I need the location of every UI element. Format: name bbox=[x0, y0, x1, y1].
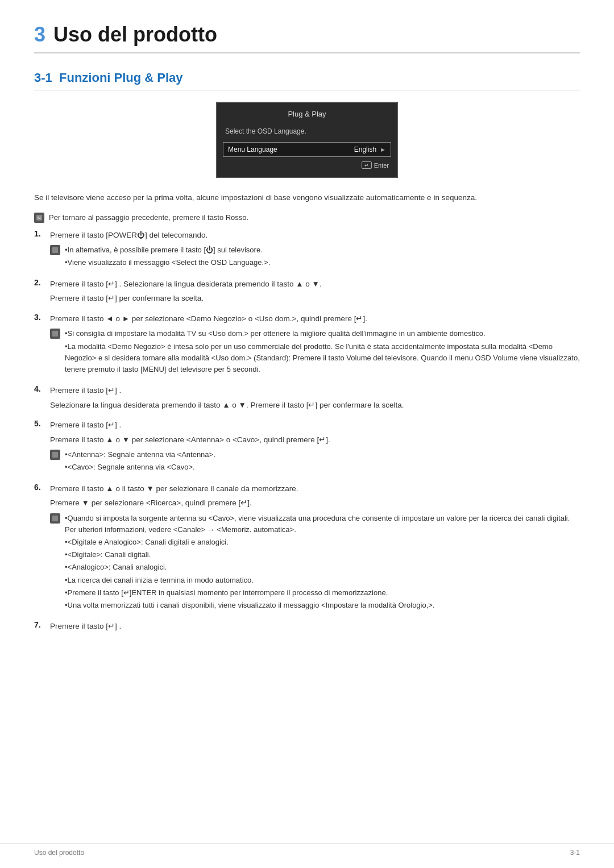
bullet-text: •<Antenna>: Segnale antenna via <Antenna… bbox=[65, 449, 215, 474]
note-block: •Quando si imposta la sorgente antenna s… bbox=[50, 513, 580, 612]
step-text: Premere il tasto [POWER⏻] del telecomand… bbox=[50, 229, 208, 242]
note-icon bbox=[50, 329, 60, 339]
enter-icon: ↵ bbox=[362, 161, 372, 169]
osd-dialog-wrapper: Plug & Play Select the OSD Language. Men… bbox=[34, 102, 580, 178]
note-block: •<Antenna>: Segnale antenna via <Antenna… bbox=[50, 449, 580, 474]
step-number: 5. bbox=[34, 419, 50, 431]
enter-label: Enter bbox=[374, 162, 389, 169]
bullet-text: •Quando si imposta la sorgente antenna s… bbox=[65, 513, 580, 612]
svg-rect-2 bbox=[52, 247, 58, 253]
note-red-icon: N bbox=[34, 213, 44, 223]
svg-rect-3 bbox=[52, 331, 58, 337]
osd-enter-row: ↵ Enter bbox=[217, 157, 397, 171]
intro-text: Se il televisore viene acceso per la pri… bbox=[34, 192, 580, 204]
list-item: 5. Premere il tasto [↵] . Premere il tas… bbox=[34, 419, 580, 474]
list-item: 3. Premere il tasto ◄ o ► per selezionar… bbox=[34, 313, 580, 376]
note-block: •In alternativa, è possibile premere il … bbox=[50, 244, 580, 269]
step-number: 6. bbox=[34, 483, 50, 495]
svg-rect-4 bbox=[52, 452, 58, 458]
step-text: Premere il tasto ◄ o ► per selezionare <… bbox=[50, 313, 367, 325]
bullet-text: •Si consiglia di impostare la modalità T… bbox=[65, 328, 580, 376]
numbered-list: 1. Premere il tasto [POWER⏻] del telecom… bbox=[34, 229, 580, 633]
sub-notes-3: •Si consiglia di impostare la modalità T… bbox=[50, 328, 580, 376]
note-red-text: Per tornare al passaggio precedente, pre… bbox=[49, 212, 248, 223]
step-text: Premere il tasto [↵] . bbox=[50, 620, 121, 633]
step-text: Premere il tasto [↵] . Selezionare la li… bbox=[50, 278, 322, 290]
sub-notes-1: •In alternativa, è possibile premere il … bbox=[50, 244, 580, 269]
osd-dialog-title: Plug & Play bbox=[217, 110, 397, 122]
step-text: Premere il tasto [↵] . bbox=[50, 384, 121, 397]
step-text: Premere il tasto ▲ o il tasto ▼ per sele… bbox=[50, 483, 298, 495]
chapter-number: 3 bbox=[34, 23, 45, 46]
step-number: 7. bbox=[34, 620, 50, 633]
note-red-block: N Per tornare al passaggio precedente, p… bbox=[34, 212, 580, 223]
note-block: •Si consiglia di impostare la modalità T… bbox=[50, 328, 580, 376]
list-item: 7. Premere il tasto [↵] . bbox=[34, 620, 580, 633]
note-icon bbox=[50, 513, 60, 524]
osd-menu-value: English ► bbox=[354, 146, 386, 153]
step-number: 4. bbox=[34, 384, 50, 397]
svg-text:N: N bbox=[38, 215, 41, 221]
page-footer: Uso del prodotto 3-1 bbox=[0, 844, 614, 857]
section-title: 3-1 Funzioni Plug & Play bbox=[34, 70, 580, 90]
sub-notes-5: •<Antenna>: Segnale antenna via <Antenna… bbox=[50, 449, 580, 474]
osd-dialog: Plug & Play Select the OSD Language. Men… bbox=[216, 102, 398, 178]
list-item: 6. Premere il tasto ▲ o il tasto ▼ per s… bbox=[34, 483, 580, 612]
osd-dialog-subtitle: Select the OSD Language. bbox=[217, 127, 397, 135]
chapter-title: 3Uso del prodotto bbox=[34, 23, 580, 53]
osd-arrow-icon: ► bbox=[380, 146, 386, 153]
footer-left: Uso del prodotto bbox=[34, 849, 84, 857]
step-number: 1. bbox=[34, 229, 50, 242]
bullet-text: •In alternativa, è possibile premere il … bbox=[65, 244, 270, 269]
note-icon bbox=[50, 450, 60, 460]
step-continuation: Premere ▼ per selezionare <Ricerca>, qui… bbox=[50, 497, 580, 509]
list-item: 4. Premere il tasto [↵] . Selezionare la… bbox=[34, 384, 580, 411]
step-text: Premere il tasto [↵] . bbox=[50, 419, 121, 431]
note-icon bbox=[50, 245, 60, 255]
svg-rect-5 bbox=[52, 516, 58, 521]
osd-menu-row: Menu Language English ► bbox=[223, 142, 391, 157]
step-continuation: Premere il tasto [↵] per confermare la s… bbox=[50, 292, 580, 305]
list-item: 2. Premere il tasto [↵] . Selezionare la… bbox=[34, 278, 580, 305]
step-continuation: Selezionare la lingua desiderata premend… bbox=[50, 399, 580, 412]
step-number: 3. bbox=[34, 313, 50, 325]
step-continuation: Premere il tasto ▲ o ▼ per selezionare <… bbox=[50, 434, 580, 446]
osd-menu-label: Menu Language bbox=[228, 146, 277, 153]
step-number: 2. bbox=[34, 278, 50, 290]
sub-notes-6: •Quando si imposta la sorgente antenna s… bbox=[50, 513, 580, 612]
footer-right: 3-1 bbox=[570, 849, 580, 857]
list-item: 1. Premere il tasto [POWER⏻] del telecom… bbox=[34, 229, 580, 270]
